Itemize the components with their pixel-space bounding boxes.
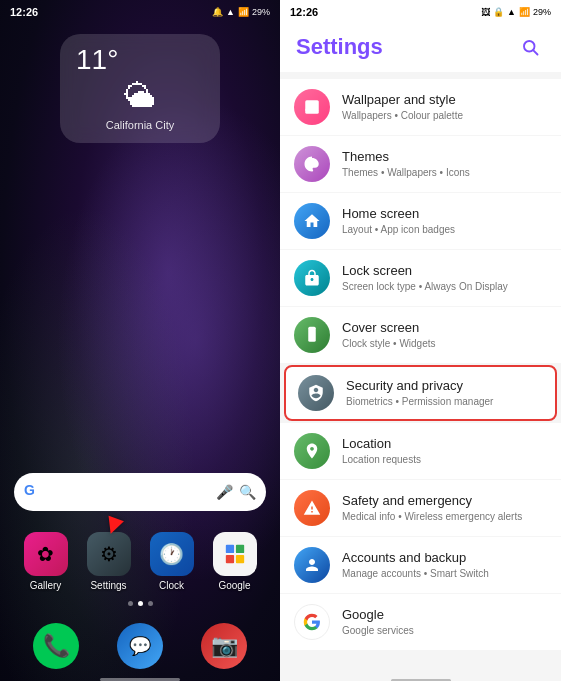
settings-panel: 12:26 🖼 🔒 ▲ 📶 29% Settings Wallpaper and…: [280, 0, 561, 681]
homescreen-title: Home screen: [342, 206, 547, 223]
settings-item-accounts[interactable]: Accounts and backup Manage accounts • Sm…: [280, 537, 561, 593]
settings-item-location[interactable]: Location Location requests: [280, 423, 561, 479]
settings-item-wallpaper[interactable]: Wallpaper and style Wallpapers • Colour …: [280, 79, 561, 135]
settings-list: Wallpaper and style Wallpapers • Colour …: [280, 72, 561, 677]
themes-title: Themes: [342, 149, 547, 166]
settings-item-themes[interactable]: Themes Themes • Wallpapers • Icons: [280, 136, 561, 192]
google-settings-icon: [294, 604, 330, 640]
dot-3: [148, 601, 153, 606]
svg-rect-3: [235, 555, 243, 563]
accounts-title: Accounts and backup: [342, 550, 547, 567]
clock-label: Clock: [159, 580, 184, 591]
dot-2: [138, 601, 143, 606]
gallery-label: Gallery: [30, 580, 62, 591]
location-title: Location: [342, 436, 547, 453]
location-icon: [294, 433, 330, 469]
themes-text: Themes Themes • Wallpapers • Icons: [342, 149, 547, 180]
weather-widget[interactable]: 11° 🌥 California City: [60, 34, 220, 143]
homescreen-subtitle: Layout • App icon badges: [342, 223, 547, 236]
lockscreen-title: Lock screen: [342, 263, 547, 280]
settings-item-homescreen[interactable]: Home screen Layout • App icon badges: [280, 193, 561, 249]
themes-subtitle: Themes • Wallpapers • Icons: [342, 166, 547, 179]
settings-header: Settings: [280, 24, 561, 72]
safety-subtitle: Medical info • Wireless emergency alerts: [342, 510, 547, 523]
coverscreen-icon: [294, 317, 330, 353]
google-settings-text: Google Google services: [342, 607, 547, 638]
notification-icon: 🔔: [212, 7, 223, 17]
security-subtitle: Biometrics • Permission manager: [346, 395, 543, 408]
settings-search-button[interactable]: [515, 32, 545, 62]
homescreen-icon: [294, 203, 330, 239]
security-icon: [298, 375, 334, 411]
app-clock[interactable]: 🕐 Clock: [150, 532, 194, 591]
gallery-notif-icon: 🖼: [481, 7, 490, 17]
settings-item-lockscreen[interactable]: Lock screen Screen lock type • Always On…: [280, 250, 561, 306]
scroll-indicator: [280, 677, 561, 681]
settings-item-safety[interactable]: Safety and emergency Medical info • Wire…: [280, 480, 561, 536]
gallery-icon: ✿: [24, 532, 68, 576]
safety-icon: [294, 490, 330, 526]
nav-pill: [100, 678, 180, 681]
safety-text: Safety and emergency Medical info • Wire…: [342, 493, 547, 524]
settings-title: Settings: [296, 34, 383, 60]
camera-app-icon[interactable]: 📷: [201, 623, 247, 669]
signal-icon-right: 📶: [519, 7, 530, 17]
arrow-indicator: ▼: [100, 509, 128, 541]
svg-rect-8: [308, 327, 316, 342]
svg-rect-6: [305, 100, 319, 114]
svg-rect-1: [235, 545, 243, 553]
settings-item-security[interactable]: Security and privacy Biometrics • Permis…: [284, 365, 557, 421]
safety-title: Safety and emergency: [342, 493, 547, 510]
wifi-icon-right: ▲: [507, 7, 516, 17]
lock-icon: 🔒: [493, 7, 504, 17]
red-arrow-icon: ▼: [95, 505, 132, 545]
location-subtitle: Location requests: [342, 453, 547, 466]
bottom-dock: 📞 💬 📷: [14, 623, 266, 669]
status-time-left: 12:26: [10, 6, 38, 18]
messages-app-icon[interactable]: 💬: [117, 623, 163, 669]
battery-text: 29%: [252, 7, 270, 17]
svg-rect-0: [225, 545, 233, 553]
security-title: Security and privacy: [346, 378, 543, 395]
signal-icon: 📶: [238, 7, 249, 17]
wallpaper-text: Wallpaper and style Wallpapers • Colour …: [342, 92, 547, 123]
status-icons-left: 🔔 ▲ 📶 29%: [212, 7, 270, 17]
battery-text-right: 29%: [533, 7, 551, 17]
lockscreen-text: Lock screen Screen lock type • Always On…: [342, 263, 547, 294]
wallpaper-title: Wallpaper and style: [342, 92, 547, 109]
weather-temperature: 11°: [76, 46, 204, 74]
app-gallery[interactable]: ✿ Gallery: [24, 532, 68, 591]
google-settings-title: Google: [342, 607, 547, 624]
wallpaper-subtitle: Wallpapers • Colour palette: [342, 109, 547, 122]
lockscreen-subtitle: Screen lock type • Always On Display: [342, 280, 547, 293]
accounts-icon: [294, 547, 330, 583]
dot-1: [128, 601, 133, 606]
svg-line-5: [533, 50, 537, 54]
google-settings-subtitle: Google services: [342, 624, 547, 637]
status-bar-right: 12:26 🖼 🔒 ▲ 📶 29%: [280, 0, 561, 24]
settings-label: Settings: [90, 580, 126, 591]
settings-item-coverscreen[interactable]: Cover screen Clock style • Widgets: [280, 307, 561, 363]
weather-icon: 🌥: [76, 78, 204, 115]
app-google[interactable]: Google: [213, 532, 257, 591]
themes-icon: [294, 146, 330, 182]
phone-app-icon[interactable]: 📞: [33, 623, 79, 669]
lockscreen-icon: [294, 260, 330, 296]
settings-item-google[interactable]: Google Google services: [280, 594, 561, 650]
page-dots: [0, 601, 280, 606]
mic-icon[interactable]: 🎤: [216, 484, 233, 500]
status-time-right: 12:26: [290, 6, 318, 18]
wifi-icon: ▲: [226, 7, 235, 17]
status-icons-right: 🖼 🔒 ▲ 📶 29%: [481, 7, 551, 17]
accounts-subtitle: Manage accounts • Smart Switch: [342, 567, 547, 580]
lens-icon[interactable]: 🔍: [239, 484, 256, 500]
weather-city: California City: [76, 119, 204, 131]
security-text: Security and privacy Biometrics • Permis…: [346, 378, 543, 409]
svg-rect-2: [225, 555, 233, 563]
search-bar[interactable]: G 🎤 🔍: [14, 473, 266, 511]
coverscreen-title: Cover screen: [342, 320, 547, 337]
location-text: Location Location requests: [342, 436, 547, 467]
google-app-icon: [213, 532, 257, 576]
nav-bar: [0, 677, 280, 681]
wallpaper-icon: [294, 89, 330, 125]
